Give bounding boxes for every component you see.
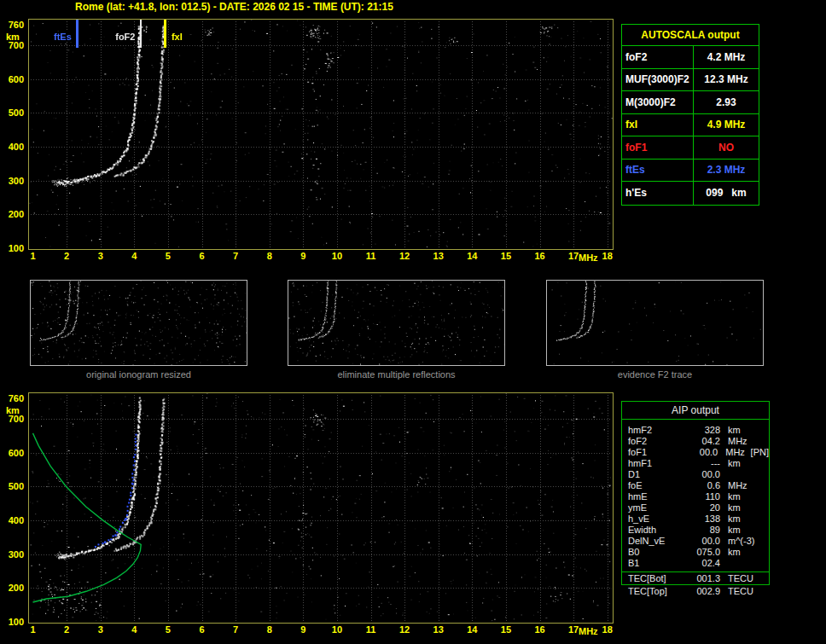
aip-row-unit: MHz bbox=[728, 480, 750, 491]
aip-row-value: 328 bbox=[681, 425, 720, 436]
x-tick-label: 11 bbox=[358, 624, 384, 635]
autoscala-row: ftEs2.3 MHz bbox=[622, 160, 759, 183]
aip-table-rows: hmF2328kmfoF204.2MHzfoF100.0MHz[PN]hmF1-… bbox=[622, 420, 769, 571]
ionogram-canvas-top bbox=[29, 20, 613, 249]
aip-row-value: 02.4 bbox=[681, 558, 720, 569]
aip-row: hmE110km bbox=[622, 491, 769, 502]
y-tick-label: 760 bbox=[0, 393, 24, 403]
autoscala-row: fxI4.9 MHz bbox=[622, 114, 759, 137]
aip-row-label: D1 bbox=[628, 469, 681, 480]
x-tick-label: 16 bbox=[527, 251, 553, 261]
y-axis-unit-label: km bbox=[6, 32, 20, 42]
ionogram-panel-bottom bbox=[28, 392, 614, 624]
x-tick-label: 2 bbox=[54, 624, 79, 635]
thumbnail-original-ionogram bbox=[30, 280, 247, 366]
aip-row-unit: km bbox=[728, 547, 750, 558]
aip-row-value: --- bbox=[681, 458, 720, 469]
aip-tec-top-row: TEC[Top]002.9TECU bbox=[621, 586, 770, 597]
autoscala-row-label: h'Es bbox=[622, 182, 694, 205]
aip-tec-bottom-row: TEC[Bot]001.3TECU bbox=[622, 571, 769, 584]
aip-row-label: foF2 bbox=[628, 436, 681, 447]
x-tick-label: 12 bbox=[392, 624, 417, 635]
aip-row: B102.4 bbox=[622, 558, 769, 569]
thumbnail-f2-trace bbox=[546, 280, 764, 366]
aip-row-value: 138 bbox=[681, 513, 720, 525]
fxi-marker-line bbox=[164, 20, 166, 48]
autoscala-row-label: fxI bbox=[622, 114, 694, 136]
x-tick-label: 1 bbox=[20, 624, 46, 635]
ionogram-panel-top bbox=[28, 19, 614, 250]
x-tick-label: 8 bbox=[257, 251, 282, 261]
aip-output-table: AIP output hmF2328kmfoF204.2MHzfoF100.0M… bbox=[621, 401, 770, 585]
aip-row: foF204.2MHz bbox=[622, 436, 769, 447]
thumbnail-caption-f2trace: evidence F2 trace bbox=[546, 369, 764, 380]
y-tick-label: 760 bbox=[0, 20, 24, 30]
x-tick-label: 12 bbox=[392, 251, 417, 261]
aip-row-value: 00.0 bbox=[681, 469, 720, 480]
x-tick-label: 9 bbox=[290, 251, 316, 261]
autoscala-row-label: foF2 bbox=[622, 46, 694, 68]
thumbnail-canvas-reflections bbox=[288, 281, 504, 365]
aip-row-label: B1 bbox=[628, 558, 681, 569]
aip-row-unit bbox=[728, 469, 750, 480]
y-tick-label: 200 bbox=[0, 583, 24, 593]
x-tick-label: 14 bbox=[459, 624, 485, 635]
x-tick-label: 10 bbox=[324, 624, 350, 635]
aip-row-label: foF1 bbox=[628, 447, 679, 458]
y-axis-unit-label: km bbox=[6, 405, 20, 415]
x-tick-label: 10 bbox=[324, 251, 350, 261]
aip-row: hmF2328km bbox=[622, 425, 769, 436]
aip-row: hmF1---km bbox=[622, 458, 769, 469]
x-tick-label: 6 bbox=[189, 624, 215, 635]
x-tick-label: 8 bbox=[257, 624, 282, 635]
aip-row-unit: km bbox=[728, 491, 750, 502]
aip-row-label: ymE bbox=[628, 502, 681, 513]
thumbnail-caption-reflections: eliminate multiple reflections bbox=[288, 369, 505, 380]
aip-row-label: Ewidth bbox=[628, 525, 681, 536]
aip-row-unit: km bbox=[728, 525, 750, 536]
autoscala-row-label: M(3000)F2 bbox=[622, 91, 694, 113]
x-tick-label: 16 bbox=[527, 624, 553, 635]
autoscala-row-value: 099 km bbox=[694, 182, 759, 205]
aip-row-unit: km bbox=[728, 458, 750, 469]
aip-row: DelN_vE00.0m^(-3) bbox=[622, 536, 769, 547]
x-tick-label: 18 bbox=[595, 251, 620, 261]
aip-row-label: foE bbox=[628, 480, 681, 491]
x-tick-label: 15 bbox=[493, 624, 519, 635]
thumbnail-caption-original: original ionogram resized bbox=[30, 369, 247, 380]
y-tick-label: 400 bbox=[0, 515, 24, 525]
aip-row-value: 002.9 bbox=[681, 586, 720, 597]
aip-row-value: 00.0 bbox=[679, 447, 718, 458]
aip-row-value: 89 bbox=[681, 525, 720, 536]
aip-row: D100.0 bbox=[622, 469, 769, 480]
autoscala-row-value: 2.3 MHz bbox=[694, 160, 759, 182]
x-tick-label: 4 bbox=[121, 251, 147, 261]
aip-row-unit: MHz bbox=[728, 436, 750, 447]
aip-row-value: 0.6 bbox=[681, 480, 720, 491]
aip-row-value: 110 bbox=[681, 491, 720, 502]
y-tick-label: 200 bbox=[0, 209, 24, 219]
x-tick-label: 2 bbox=[54, 251, 79, 261]
autoscala-row-label: MUF(3000)F2 bbox=[622, 69, 694, 91]
aip-row-unit: TECU bbox=[728, 586, 750, 597]
aip-row-value: 00.0 bbox=[681, 536, 720, 547]
y-tick-label: 100 bbox=[0, 243, 24, 253]
aip-row-value: 04.2 bbox=[681, 436, 720, 447]
x-tick-label: 5 bbox=[155, 624, 181, 635]
y-tick-label: 500 bbox=[0, 107, 24, 118]
aip-row-label: h_vE bbox=[628, 513, 681, 525]
autoscala-row-value: 2.93 bbox=[694, 91, 759, 113]
autoscala-row-value: 4.9 MHz bbox=[694, 114, 759, 136]
aip-row-label: TEC[Top] bbox=[628, 586, 681, 597]
aip-row-label: B0 bbox=[628, 547, 681, 558]
aip-row-label: DelN_vE bbox=[628, 536, 681, 547]
aip-row-unit: km bbox=[728, 425, 750, 436]
autoscala-row: foF24.2 MHz bbox=[622, 46, 759, 69]
y-tick-label: 500 bbox=[0, 481, 24, 491]
x-tick-label: 15 bbox=[493, 251, 519, 261]
aip-row-label: hmE bbox=[628, 491, 681, 502]
aip-row: TEC[Top]002.9TECU bbox=[621, 586, 770, 597]
aip-row-value: 001.3 bbox=[681, 573, 720, 583]
autoscala-table-rows: foF24.2 MHzMUF(3000)F212.3 MHzM(3000)F22… bbox=[622, 46, 759, 205]
x-tick-label: 11 bbox=[358, 251, 384, 261]
